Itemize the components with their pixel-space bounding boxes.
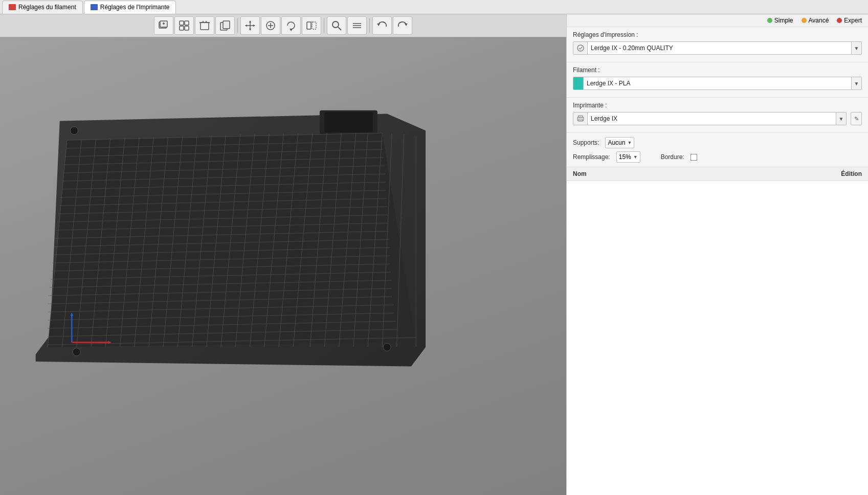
print-settings-icon: [573, 41, 588, 55]
svg-rect-4: [180, 21, 184, 25]
printer-edit-button[interactable]: ✎: [851, 112, 862, 125]
filament-value: Lerdge IX - PLA: [584, 80, 851, 87]
tab-filament-label: Réglages du filament: [18, 4, 76, 11]
tab-imprimante-label: Réglages de l'Imprimante: [100, 4, 170, 11]
filament-section: Filament : Lerdge IX - PLA ▼: [567, 62, 868, 98]
mode-avance[interactable]: Avancé: [802, 17, 829, 24]
scene[interactable]: [0, 37, 566, 495]
svg-marker-18: [245, 25, 247, 27]
svg-marker-32: [377, 24, 380, 26]
svg-line-28: [338, 27, 341, 30]
separator-1: [237, 18, 238, 33]
layers-button[interactable]: [347, 16, 367, 35]
printer-label: Imprimante :: [573, 102, 607, 109]
svg-marker-19: [253, 25, 255, 27]
svg-rect-13: [223, 21, 230, 29]
printer-icon: [573, 112, 588, 125]
arrange-button[interactable]: [174, 16, 194, 35]
right-panel: Simple Avancé Expert Réglages d'impressi…: [566, 14, 868, 495]
svg-rect-7: [185, 26, 189, 30]
mode-simple[interactable]: Simple: [767, 17, 793, 24]
print-settings-label: Réglages d'impression :: [573, 31, 638, 38]
svg-marker-17: [249, 29, 251, 31]
add-object-button[interactable]: [154, 16, 173, 35]
object-table-header: Nom Édition: [567, 167, 868, 181]
svg-marker-16: [249, 20, 251, 22]
svg-rect-25: [312, 22, 316, 29]
filament-select[interactable]: Lerdge IX - PLA ▼: [573, 77, 862, 90]
mode-simple-label: Simple: [774, 17, 793, 24]
svg-rect-8: [201, 22, 209, 30]
separator-3: [369, 18, 370, 33]
rotate-button[interactable]: [281, 16, 301, 35]
printer-section: Imprimante : Lerdge IX ▼ ✎: [567, 98, 868, 133]
bordure-label: Bordure:: [661, 153, 684, 161]
col-nom-label: Nom: [573, 170, 800, 177]
bordure-checkbox[interactable]: [691, 154, 697, 161]
svg-point-34: [70, 127, 78, 134]
printer-select[interactable]: Lerdge IX ▼: [573, 112, 847, 125]
tab-imprimante[interactable]: Réglages de l'Imprimante: [84, 1, 176, 14]
toolbar: [0, 14, 566, 37]
delete-button[interactable]: [195, 16, 214, 35]
svg-rect-5: [185, 21, 189, 25]
copy-button[interactable]: [215, 16, 235, 35]
tab-bar: Réglages du filament Réglages de l'Impri…: [0, 0, 868, 14]
supports-value: Aucun: [608, 139, 625, 146]
print-settings-select[interactable]: Lerdge IX - 0.20mm QUALITY ▼: [573, 41, 862, 55]
tab-filament[interactable]: Réglages du filament: [2, 1, 83, 14]
mode-selector-bar: Simple Avancé Expert: [567, 14, 868, 27]
remplissage-arrow: ▼: [633, 154, 638, 160]
supports-select[interactable]: Aucun ▼: [605, 137, 634, 148]
printer-value: Lerdge IX: [588, 115, 836, 122]
separator-2: [324, 18, 324, 33]
print-settings-arrow[interactable]: ▼: [851, 41, 861, 55]
mode-expert[interactable]: Expert: [837, 17, 862, 24]
svg-marker-23: [290, 29, 293, 31]
filament-tab-icon: [9, 4, 16, 10]
redo-button[interactable]: [393, 16, 412, 35]
mode-simple-dot: [767, 18, 772, 23]
remplissage-label: Remplissage:: [573, 153, 610, 161]
col-edition-label: Édition: [800, 170, 862, 177]
svg-marker-33: [405, 24, 408, 26]
mode-expert-label: Expert: [844, 17, 862, 24]
supports-label: Supports:: [573, 139, 599, 146]
scale-button[interactable]: [261, 16, 280, 35]
svg-point-27: [332, 21, 339, 28]
print-settings-value: Lerdge IX - 0.20mm QUALITY: [588, 44, 851, 52]
viewport: [0, 14, 566, 495]
print-settings-section: Réglages d'impression : Lerdge IX - 0.20…: [567, 27, 868, 62]
imprimante-tab-icon: [91, 4, 98, 10]
mode-avance-label: Avancé: [809, 17, 829, 24]
filament-arrow[interactable]: ▼: [851, 77, 861, 90]
mode-avance-dot: [802, 18, 807, 23]
move-button[interactable]: [240, 16, 260, 35]
svg-rect-6: [180, 26, 184, 30]
mode-expert-dot: [837, 18, 842, 23]
filament-color-swatch: [573, 77, 584, 90]
svg-point-37: [383, 343, 391, 351]
printer-arrow[interactable]: ▼: [836, 112, 846, 125]
svg-point-36: [73, 348, 80, 356]
supports-section: Supports: Aucun ▼ Remplissage: 15% ▼ Bor…: [567, 133, 868, 167]
main-area: Simple Avancé Expert Réglages d'impressi…: [0, 14, 868, 495]
remplissage-value: 15%: [619, 153, 631, 161]
mirror-button[interactable]: [302, 16, 321, 35]
undo-button[interactable]: [372, 16, 392, 35]
supports-arrow: ▼: [627, 140, 632, 145]
svg-rect-39: [324, 112, 372, 133]
svg-rect-24: [307, 22, 311, 29]
print-bed: [15, 68, 460, 395]
remplissage-select[interactable]: 15% ▼: [616, 151, 640, 163]
search-button[interactable]: [327, 16, 346, 35]
object-table-body: [567, 181, 868, 495]
filament-label: Filament :: [573, 66, 600, 74]
